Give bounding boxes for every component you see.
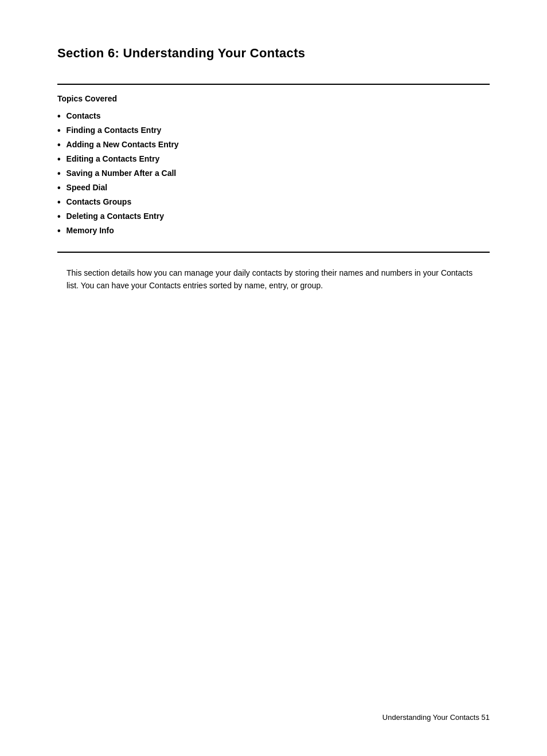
list-item: Editing a Contacts Entry [57,154,490,164]
topics-label: Topics Covered [57,94,490,103]
list-item: Contacts [57,111,490,121]
list-item: Speed Dial [57,183,490,193]
footer-text: Understanding Your Contacts 51 [382,713,490,722]
list-item: Adding a New Contacts Entry [57,140,490,150]
topics-box: Topics Covered ContactsFinding a Contact… [57,84,490,253]
list-item: Contacts Groups [57,197,490,207]
page-title: Section 6: Understanding Your Contacts [57,46,490,61]
list-item: Memory Info [57,226,490,236]
description-text: This section details how you can manage … [57,267,490,292]
list-item: Finding a Contacts Entry [57,126,490,135]
list-item: Deleting a Contacts Entry [57,211,490,221]
topics-list: ContactsFinding a Contacts EntryAdding a… [57,111,490,236]
list-item: Saving a Number After a Call [57,169,490,178]
page-container: Section 6: Understanding Your Contacts T… [0,0,547,756]
